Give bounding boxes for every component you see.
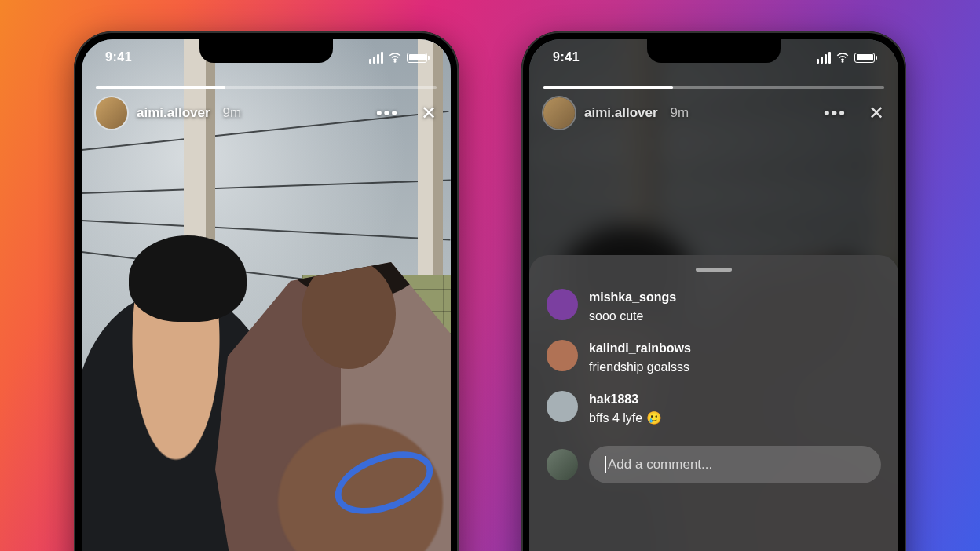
comment-input[interactable]: Add a comment... bbox=[589, 446, 881, 483]
comment-item[interactable]: hak1883 bffs 4 lyfe 🥲 bbox=[547, 383, 881, 434]
sheet-grabber[interactable] bbox=[696, 268, 732, 272]
comments-sheet[interactable]: mishka_songs sooo cute kalindi_rainbows … bbox=[529, 255, 898, 551]
author-username: aimi.allover bbox=[584, 105, 658, 121]
phone-story-view: 9:41 aimi.allover 9m ••• ✕ bbox=[74, 31, 459, 551]
device-notch bbox=[199, 39, 333, 63]
commenter-username[interactable]: mishka_songs bbox=[589, 289, 676, 306]
more-options-button[interactable]: ••• bbox=[376, 103, 399, 123]
status-icons bbox=[369, 50, 427, 64]
author-username[interactable]: aimi.allover bbox=[137, 105, 210, 121]
comment-text: bffs 4 lyfe 🥲 bbox=[589, 411, 662, 425]
story-header: aimi.allover 9m ••• ✕ bbox=[96, 97, 437, 129]
device-notch bbox=[647, 39, 781, 63]
close-button: ✕ bbox=[868, 102, 884, 124]
status-time: 9:41 bbox=[105, 50, 132, 64]
story-progress bbox=[543, 86, 884, 89]
more-options-button: ••• bbox=[824, 103, 847, 123]
comment-input-row: Add a comment... bbox=[547, 435, 881, 496]
svg-point-0 bbox=[394, 61, 396, 63]
story-timestamp: 9m bbox=[671, 105, 689, 121]
comment-item[interactable]: mishka_songs sooo cute bbox=[547, 281, 881, 332]
commenter-username[interactable]: kalindi_rainbows bbox=[589, 340, 691, 357]
story-timestamp: 9m bbox=[223, 105, 242, 121]
current-user-avatar[interactable] bbox=[547, 449, 578, 480]
comment-item[interactable]: kalindi_rainbows friendship goalsss bbox=[547, 332, 881, 383]
battery-icon bbox=[854, 53, 875, 63]
phone-comments-view: 9:41 aimi.allover 9m ••• ✕ bbox=[521, 31, 906, 551]
close-button[interactable]: ✕ bbox=[421, 102, 437, 124]
author-avatar[interactable] bbox=[96, 97, 127, 129]
commenter-avatar[interactable] bbox=[547, 340, 578, 371]
status-icons bbox=[817, 50, 875, 64]
commenter-avatar[interactable] bbox=[547, 289, 578, 320]
comment-text: friendship goalsss bbox=[589, 360, 689, 374]
commenter-username[interactable]: hak1883 bbox=[589, 391, 662, 408]
svg-point-1 bbox=[842, 61, 843, 63]
screen: 9:41 aimi.allover 9m ••• ✕ bbox=[529, 39, 898, 551]
status-time: 9:41 bbox=[553, 50, 580, 64]
story-header: aimi.allover 9m ••• ✕ bbox=[543, 97, 884, 129]
wifi-icon bbox=[388, 50, 402, 64]
comment-placeholder: Add a comment... bbox=[608, 457, 712, 473]
cellular-icon bbox=[817, 52, 831, 64]
story-progress[interactable] bbox=[96, 86, 437, 89]
cellular-icon bbox=[369, 52, 383, 64]
battery-icon bbox=[407, 53, 427, 63]
commenter-avatar[interactable] bbox=[547, 391, 578, 422]
screen: 9:41 aimi.allover 9m ••• ✕ bbox=[82, 39, 451, 551]
wifi-icon bbox=[836, 50, 850, 64]
comment-text: sooo cute bbox=[589, 309, 643, 323]
author-avatar bbox=[543, 97, 575, 129]
